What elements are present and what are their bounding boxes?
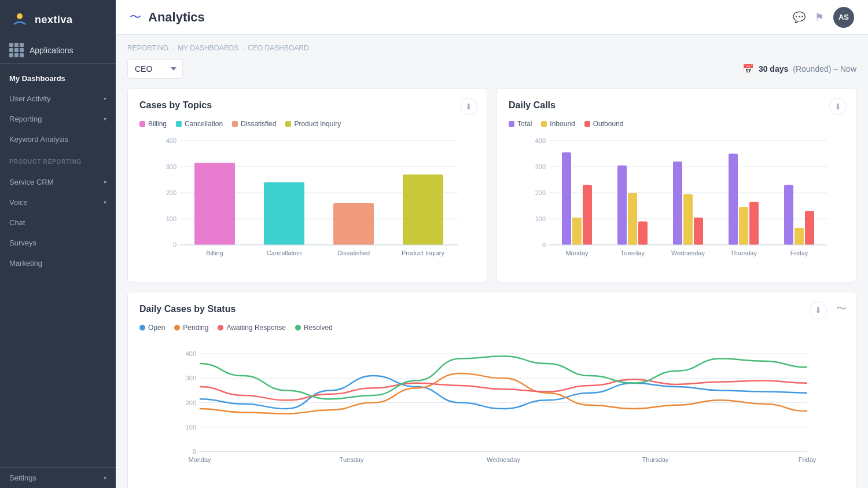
daily-calls-title: Daily Calls xyxy=(509,100,844,111)
svg-rect-40 xyxy=(683,194,693,245)
chat-icon[interactable]: 💬 xyxy=(793,11,806,24)
legend-cancellation-label: Cancellation xyxy=(185,120,223,128)
cases-legend: Billing Cancellation Dissatisfied Produc… xyxy=(139,120,475,128)
svg-text:100: 100 xyxy=(166,215,176,222)
svg-text:Friday: Friday xyxy=(790,249,808,256)
chevron-down-icon: ▾ xyxy=(104,475,106,481)
svg-text:100: 100 xyxy=(186,424,196,431)
breadcrumb-my-dashboards[interactable]: MY DASHBOARDS xyxy=(178,44,238,52)
legend-pending-dot xyxy=(174,325,180,331)
svg-rect-41 xyxy=(694,218,703,245)
dashboard-select[interactable]: CEO Sales Support xyxy=(127,59,183,79)
svg-text:100: 100 xyxy=(535,215,546,222)
svg-text:400: 400 xyxy=(166,137,176,144)
svg-rect-33 xyxy=(583,185,592,245)
daily-calls-legend: Total Inbound Outbound xyxy=(509,120,844,128)
breadcrumb-reporting[interactable]: REPORTING xyxy=(127,44,168,52)
svg-rect-37 xyxy=(638,222,648,245)
sidebar-apps-button[interactable]: Applications xyxy=(0,37,116,64)
content-area: REPORTING › MY DASHBOARDS › CEO DASHBOAR… xyxy=(116,35,868,488)
chevron-down-icon: ▾ xyxy=(104,96,106,102)
legend-product-inquiry: Product Inquiry xyxy=(285,120,341,128)
svg-rect-39 xyxy=(673,162,682,245)
svg-rect-44 xyxy=(739,207,748,245)
legend-open-dot xyxy=(139,325,145,331)
sidebar-item-my-dashboards[interactable]: My Dashboards xyxy=(0,68,116,89)
date-range-suffix: (Rounded) – Now xyxy=(793,64,856,74)
legend-inbound: Inbound xyxy=(541,120,575,128)
applications-label: Applications xyxy=(30,46,73,55)
sidebar-product-section: Service CRM ▾ Voice ▾ Chat Surveys Marke… xyxy=(0,167,116,278)
legend-resolved-label: Resolved xyxy=(304,324,333,332)
svg-rect-43 xyxy=(729,154,738,245)
svg-text:Friday: Friday xyxy=(799,456,816,463)
svg-text:300: 300 xyxy=(166,163,176,170)
logo-text: nextiva xyxy=(35,14,73,26)
date-range-text: 30 days xyxy=(759,64,788,74)
user-avatar[interactable]: AS xyxy=(833,7,854,28)
svg-rect-35 xyxy=(617,166,627,245)
sidebar-item-marketing[interactable]: Marketing xyxy=(0,253,116,273)
svg-text:Monday: Monday xyxy=(188,456,211,463)
legend-total: Total xyxy=(509,120,532,128)
calendar-icon: 📅 xyxy=(742,64,754,75)
svg-rect-36 xyxy=(628,193,637,245)
svg-point-1 xyxy=(17,13,23,19)
legend-pending-label: Pending xyxy=(183,324,208,332)
svg-text:Product Inquiry: Product Inquiry xyxy=(402,249,444,256)
analytics-icon: 〜 xyxy=(130,9,141,25)
sidebar-item-keyword-analysis[interactable]: Keyword Analysis xyxy=(0,129,116,149)
sidebar-item-service-crm[interactable]: Service CRM ▾ xyxy=(0,172,116,192)
sidebar-item-surveys[interactable]: Surveys xyxy=(0,233,116,253)
apps-grid-icon xyxy=(9,43,24,57)
chevron-down-icon: ▾ xyxy=(104,116,106,122)
legend-outbound: Outbound xyxy=(584,120,624,128)
sidebar-item-chat[interactable]: Chat xyxy=(0,212,116,233)
chevron-down-icon: ▾ xyxy=(104,179,106,185)
legend-inbound-dot xyxy=(541,121,547,127)
breadcrumb-ceo-dashboard[interactable]: CEO DASHBOARD xyxy=(248,44,308,52)
sidebar-item-keyword-analysis-label: Keyword Analysis xyxy=(9,135,106,144)
svg-rect-45 xyxy=(749,202,759,245)
svg-text:Wednesday: Wednesday xyxy=(487,456,520,463)
daily-cases-download-button[interactable]: ⬇ xyxy=(810,302,827,319)
sidebar-item-reporting[interactable]: Reporting ▾ xyxy=(0,109,116,129)
legend-inbound-label: Inbound xyxy=(550,120,575,128)
breadcrumb-sep-2: › xyxy=(242,44,244,52)
daily-calls-bar-chart: 4003002001000MondayTuesdayWednesdayThurs… xyxy=(509,135,844,268)
nextiva-logo-icon xyxy=(9,9,30,30)
svg-text:0: 0 xyxy=(193,448,196,455)
svg-text:0: 0 xyxy=(542,241,546,248)
page-title: Analytics xyxy=(148,10,205,25)
svg-rect-16 xyxy=(333,203,374,245)
legend-awaiting-label: Awaiting Response xyxy=(226,324,286,332)
svg-rect-12 xyxy=(194,163,235,245)
daily-cases-card: Daily Cases by Status 〜 ⬇ Open Pending A… xyxy=(127,292,856,488)
svg-text:Thursday: Thursday xyxy=(730,249,757,256)
legend-billing: Billing xyxy=(139,120,167,128)
daily-calls-card: Daily Calls ⬇ Total Inbound Outbound xyxy=(496,88,856,282)
legend-awaiting-dot xyxy=(218,325,223,331)
legend-product-inquiry-dot xyxy=(285,121,291,127)
cases-download-button[interactable]: ⬇ xyxy=(460,98,477,115)
sidebar: nextiva Applications My Dashboards User … xyxy=(0,0,116,488)
topbar: 〜 Analytics 💬 ⚑ AS xyxy=(116,0,868,35)
legend-dissatisfied: Dissatisfied xyxy=(232,120,276,128)
sidebar-bottom: Settings ▾ xyxy=(0,467,116,488)
sidebar-item-settings[interactable]: Settings ▾ xyxy=(0,468,116,488)
date-range: 📅 30 days (Rounded) – Now xyxy=(742,64,856,75)
legend-total-dot xyxy=(509,121,514,127)
svg-text:300: 300 xyxy=(186,375,196,381)
daily-calls-download-button[interactable]: ⬇ xyxy=(829,98,847,115)
svg-rect-32 xyxy=(572,218,582,245)
sidebar-item-user-activity[interactable]: User Activity ▾ xyxy=(0,89,116,109)
flag-icon[interactable]: ⚑ xyxy=(815,11,824,24)
sidebar-item-my-dashboards-label: My Dashboards xyxy=(9,74,106,83)
daily-cases-chart-type-icon[interactable]: 〜 xyxy=(836,302,847,315)
legend-dissatisfied-dot xyxy=(232,121,238,127)
sidebar-item-user-activity-label: User Activity xyxy=(9,94,104,103)
legend-open-label: Open xyxy=(148,324,165,332)
sidebar-item-voice[interactable]: Voice ▾ xyxy=(0,192,116,212)
svg-rect-47 xyxy=(784,185,793,245)
legend-total-label: Total xyxy=(517,120,532,128)
